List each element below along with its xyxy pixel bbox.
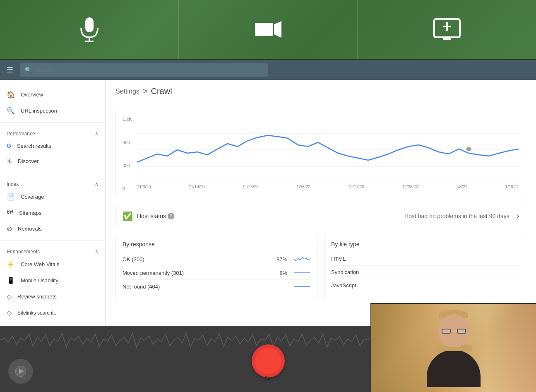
record-button-inner	[255, 348, 281, 374]
google-icon: G	[7, 142, 11, 149]
url-inspection-icon: 🔍	[7, 107, 15, 115]
by-file-type-card: By file type HTML Syndication JavaScript	[324, 234, 526, 300]
sidebar-item-coverage[interactable]: 📄 Coverage	[0, 189, 105, 205]
sidebar-label-discover: Discover	[18, 158, 39, 164]
file-type-syndication[interactable]: Syndication	[331, 266, 519, 279]
file-type-label-html: HTML	[331, 256, 519, 262]
sidebar-label-mobile-usability: Mobile Usability	[21, 277, 58, 284]
sidebar-label-review-snippets: Review snippets	[17, 293, 57, 300]
sidebar-item-sitelinks-searchbox[interactable]: ◇ Sitelinks searcht...	[0, 305, 105, 321]
x-label-3: 12/6/20	[296, 185, 310, 189]
sidebar-divider-3	[0, 240, 105, 240]
svg-marker-4	[274, 21, 281, 38]
record-button[interactable]: ☞	[252, 344, 285, 378]
mic-icon	[79, 17, 100, 42]
sidebar-section-enhancements: Enhancements ∧	[0, 244, 105, 256]
breadcrumb: Settings > Crawl	[106, 80, 536, 103]
sparkline-200	[294, 256, 310, 262]
file-type-label-syndication: Syndication	[331, 269, 519, 275]
host-status-info-icon[interactable]: ?	[168, 213, 174, 219]
sidebar-item-removals[interactable]: ⊘ Removals	[0, 221, 105, 237]
y-label-1200: 1.2K	[123, 117, 137, 122]
main-content: 🏠 Overview 🔍 URL inspection Performance …	[0, 80, 536, 326]
sitelinks-icon: ◇	[7, 309, 12, 317]
search-input[interactable]	[35, 67, 263, 73]
page-content: Settings > Crawl 1.2K 800 400 0	[106, 80, 536, 326]
svg-rect-3	[255, 23, 273, 36]
sidebar-item-review-snippets[interactable]: ◇ Review snippets	[0, 289, 105, 305]
menu-icon[interactable]: ☰	[5, 64, 15, 76]
by-response-card: By response OK (200) 87% Moved permanent…	[115, 234, 317, 300]
sidebar-label-sitelinks: Sitelinks searcht...	[17, 310, 58, 316]
host-status-chevron-icon: ›	[517, 212, 519, 220]
x-label-1: 11/14/20	[189, 185, 205, 189]
sidebar-label-coverage: Coverage	[21, 194, 44, 200]
response-label-404: Not found (404)	[123, 284, 284, 290]
response-row: By response OK (200) 87% Moved permanent…	[115, 234, 526, 300]
x-label-4: 12/17/20	[348, 185, 364, 189]
chart-x-labels: 11/3/20 11/14/20 11/25/20 12/6/20 12/17/…	[123, 185, 519, 189]
sidebar-item-mobile-usability[interactable]: 📱 Mobile Usability	[0, 272, 105, 289]
sidebar-section-index: Index ∧	[0, 176, 105, 189]
response-item-301[interactable]: Moved permanently (301) 8%	[123, 266, 310, 280]
y-label-0: 0	[123, 186, 137, 191]
x-label-0: 11/3/20	[137, 185, 151, 189]
response-item-404[interactable]: Not found (404)	[123, 280, 310, 293]
file-type-html[interactable]: HTML	[331, 253, 519, 266]
file-type-javascript[interactable]: JavaScript	[331, 279, 519, 292]
response-label-200: OK (200)	[123, 256, 273, 262]
webcam-overlay	[370, 303, 536, 392]
host-status-bar[interactable]: ✅ Host status ? Host had no problems in …	[115, 205, 526, 227]
sidebar-label-overview: Overview	[21, 91, 43, 98]
x-label-2: 11/25/20	[243, 185, 259, 189]
response-item-200[interactable]: OK (200) 87%	[123, 253, 310, 266]
mobile-usability-icon: 📱	[7, 277, 15, 284]
sidebar-label-search-results: Search results	[17, 143, 51, 149]
sidebar-item-sitemaps[interactable]: 🗺 Sitemaps	[0, 205, 105, 221]
y-label-400: 400	[123, 163, 137, 168]
collapse-enhancements-icon[interactable]: ∧	[95, 249, 99, 255]
sidebar-item-url-inspection[interactable]: 🔍 URL inspection	[0, 103, 105, 119]
camera-section[interactable]	[179, 0, 358, 59]
collapse-performance-icon[interactable]: ∧	[95, 131, 99, 137]
mic-section[interactable]	[0, 0, 179, 59]
host-status-description: Host had no problems in the last 90 days	[404, 213, 510, 219]
breadcrumb-current: Crawl	[151, 87, 172, 96]
webcam-person	[371, 304, 536, 392]
response-label-301: Moved permanently (301)	[123, 270, 276, 276]
svg-point-15	[466, 147, 471, 151]
camera-icon	[254, 19, 282, 39]
collapse-index-icon[interactable]: ∧	[95, 181, 99, 187]
response-percent-301: 8%	[279, 270, 287, 276]
core-web-vitals-icon: ⚡	[7, 260, 15, 268]
play-logo-icon	[15, 366, 26, 377]
home-icon: 🏠	[7, 91, 15, 99]
search-icon: 🔍	[25, 67, 32, 73]
search-bar[interactable]: 🔍	[20, 63, 268, 77]
record-btn-container: ☞	[252, 344, 285, 378]
sidebar-item-discover[interactable]: ✳ Discover	[0, 153, 105, 169]
screen-share-section[interactable]	[358, 0, 536, 59]
top-toolbar	[0, 0, 536, 60]
chart-y-labels: 1.2K 800 400 0	[123, 117, 137, 191]
chart-container: 1.2K 800 400 0	[115, 110, 526, 198]
x-label-7: 1/19/21	[505, 185, 519, 189]
y-label-800: 800	[123, 140, 137, 145]
sparkline-404	[294, 283, 310, 290]
sidebar-item-overview[interactable]: 🏠 Overview	[0, 87, 105, 103]
header-bar: ☰ 🔍	[0, 60, 536, 80]
removals-icon: ⊘	[7, 225, 12, 233]
discover-icon: ✳	[7, 157, 12, 165]
sitemaps-icon: 🗺	[7, 209, 13, 216]
sidebar-label-url-inspection: URL inspection	[21, 108, 57, 114]
sidebar-item-search-results[interactable]: G Search results	[0, 138, 105, 153]
sidebar-item-core-web-vitals[interactable]: ⚡ Core Web Vitals	[0, 256, 105, 272]
by-file-type-title: By file type	[331, 241, 519, 248]
screen-share-icon	[433, 17, 461, 41]
x-label-5: 12/28/20	[402, 185, 418, 189]
sidebar: 🏠 Overview 🔍 URL inspection Performance …	[0, 80, 106, 326]
logo-button[interactable]	[8, 359, 33, 384]
sidebar-divider-1	[0, 122, 105, 123]
breadcrumb-parent[interactable]: Settings	[115, 88, 139, 95]
by-response-title: By response	[123, 241, 310, 248]
